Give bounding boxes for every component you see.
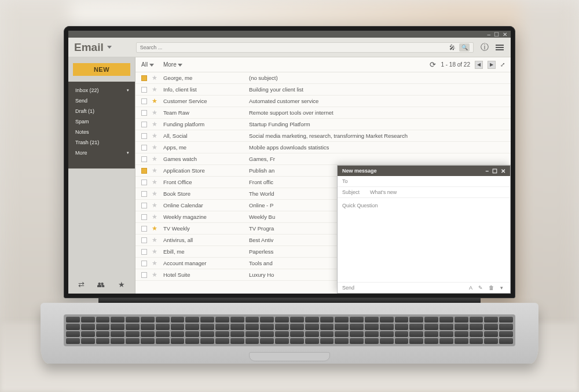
row-subject: (no subject) [249, 75, 505, 81]
mail-row[interactable]: ★George, me(no subject) [135, 72, 511, 84]
app-title-dropdown[interactable]: Email [74, 41, 112, 54]
row-checkbox[interactable] [141, 261, 147, 266]
row-star-icon[interactable]: ★ [152, 109, 159, 116]
compose-minimize-icon[interactable]: – [485, 168, 489, 174]
row-star-icon[interactable]: ★ [152, 120, 159, 128]
mail-row[interactable]: ★Games watchGames, Fr [135, 153, 511, 165]
search-field-container[interactable]: 🎤︎ 🔍 [136, 42, 474, 53]
mail-row[interactable]: ★Apps, meMobile apps downloads statistic… [135, 142, 511, 153]
folder-inbox[interactable]: Inbox (22)▾ [75, 86, 129, 94]
window-maximize-icon[interactable]: ☐ [494, 31, 499, 38]
row-star-icon[interactable]: ★ [152, 97, 159, 105]
row-checkbox[interactable] [141, 191, 147, 197]
row-checkbox[interactable] [141, 179, 147, 185]
mail-row[interactable]: ★All, SocialSocial media marketing, rese… [135, 130, 511, 142]
folder-draft[interactable]: Draft (1) [75, 107, 129, 115]
row-checkbox[interactable] [141, 75, 147, 81]
folder-label: Draft (1) [75, 108, 94, 114]
row-sender: Application Store [163, 167, 244, 174]
row-star-icon[interactable]: ★ [152, 86, 159, 93]
folder-label: Notes [75, 129, 89, 135]
folder-more[interactable]: More▾ [75, 149, 129, 157]
page-next-button[interactable]: ▶ [488, 61, 496, 69]
row-sender: Games watch [163, 156, 244, 162]
folder-trash[interactable]: Trash (21) [75, 138, 129, 146]
star-icon[interactable]: ★ [118, 280, 125, 289]
row-star-icon[interactable]: ★ [152, 236, 159, 244]
row-star-icon[interactable]: ★ [152, 213, 159, 221]
window-close-icon[interactable]: ✕ [503, 31, 507, 38]
row-sender: Front Office [163, 179, 244, 185]
row-checkbox[interactable] [141, 272, 147, 278]
row-checkbox[interactable] [141, 87, 147, 93]
row-checkbox[interactable] [141, 145, 147, 151]
folder-spam[interactable]: Spam [75, 118, 129, 126]
search-button[interactable]: 🔍 [459, 43, 470, 52]
row-sender: Ebill, me [163, 248, 244, 255]
row-star-icon[interactable]: ★ [152, 259, 159, 267]
folder-notes[interactable]: Notes [75, 128, 129, 136]
row-star-icon[interactable]: ★ [152, 248, 159, 255]
row-checkbox[interactable] [141, 168, 147, 174]
row-sender: Account manager [163, 260, 244, 266]
row-checkbox[interactable] [141, 237, 147, 243]
compose-header[interactable]: New message – ☐ ✕ [338, 166, 510, 176]
row-checkbox[interactable] [141, 98, 147, 104]
row-star-icon[interactable]: ★ [152, 190, 159, 197]
more-actions-dropdown[interactable]: More [163, 61, 183, 68]
row-sender: Customer Service [163, 98, 244, 104]
mail-row[interactable]: ★Info, client listBuilding your client l… [135, 84, 511, 96]
row-checkbox[interactable] [141, 156, 147, 162]
row-star-icon[interactable]: ★ [152, 202, 159, 209]
row-sender: TV Weekly [163, 225, 244, 232]
row-subject: Startup Funding Platform [249, 121, 505, 127]
pagination-text: 1 - 18 of 22 [441, 61, 470, 68]
window-minimize-icon[interactable]: – [487, 31, 490, 38]
compose-tools-icons[interactable]: A ✎ 🗑︎ ▾ [469, 285, 505, 291]
mail-row[interactable]: ★Customer ServiceAutomated customer serv… [135, 96, 511, 107]
row-checkbox[interactable] [141, 110, 147, 116]
folder-send[interactable]: Send [75, 97, 129, 105]
row-star-icon[interactable]: ★ [152, 225, 159, 232]
menu-icon[interactable] [496, 45, 504, 50]
row-sender: All, Social [163, 133, 244, 139]
row-star-icon[interactable]: ★ [152, 144, 159, 151]
row-star-icon[interactable]: ★ [152, 132, 159, 140]
mail-row[interactable]: ★Team RawRemote support tools over inter… [135, 107, 511, 119]
row-star-icon[interactable]: ★ [152, 271, 159, 279]
row-checkbox[interactable] [141, 133, 147, 139]
compose-close-icon[interactable]: ✕ [501, 168, 505, 174]
search-input[interactable] [140, 45, 446, 50]
caret-down-icon: ▾ [127, 151, 129, 155]
info-icon[interactable]: ⓘ [481, 42, 489, 53]
compose-popup: New message – ☐ ✕ To Subject What's new [337, 165, 511, 294]
mic-icon[interactable]: 🎤︎ [449, 44, 456, 51]
compose-subject-label[interactable]: Subject [342, 189, 360, 195]
compose-whatsnew[interactable]: What's new [370, 189, 397, 195]
compose-popout-icon[interactable]: ☐ [492, 168, 497, 174]
row-checkbox[interactable] [141, 122, 147, 127]
mail-row[interactable]: ★Funding platformStartup Funding Platfor… [135, 119, 511, 130]
refresh-icon[interactable]: ⟳ [430, 60, 436, 69]
row-star-icon[interactable]: ★ [152, 178, 159, 186]
row-star-icon[interactable]: ★ [152, 74, 159, 82]
compose-footer: Send A ✎ 🗑︎ ▾ [338, 282, 510, 293]
row-star-icon[interactable]: ★ [152, 155, 159, 163]
row-checkbox[interactable] [141, 226, 147, 232]
filter-all-dropdown[interactable]: All [141, 61, 154, 68]
compose-to-label[interactable]: To [342, 178, 348, 184]
expand-icon[interactable]: ⤢ [500, 61, 505, 68]
compose-body[interactable]: Quick Question [338, 198, 510, 282]
row-checkbox[interactable] [141, 203, 147, 208]
caret-down-icon [149, 64, 154, 67]
sidebar: NEW Inbox (22)▾ Send Draft (1) Spam Note… [68, 57, 135, 294]
row-checkbox[interactable] [141, 249, 147, 255]
folder-label: Inbox (22) [75, 87, 99, 93]
people-icon[interactable]: 👥︎ [97, 280, 105, 289]
page-prev-button[interactable]: ◀ [475, 61, 483, 69]
compose-send-button[interactable]: Send [342, 285, 354, 291]
row-star-icon[interactable]: ★ [152, 167, 159, 174]
compose-new-button[interactable]: NEW [73, 63, 130, 76]
row-checkbox[interactable] [141, 214, 147, 220]
settings-sliders-icon[interactable]: ⇄ [78, 280, 85, 289]
